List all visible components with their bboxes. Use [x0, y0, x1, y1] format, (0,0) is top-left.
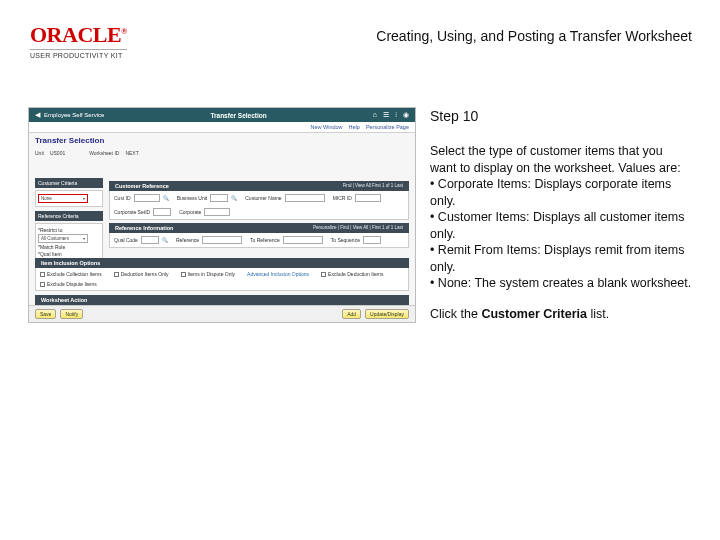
dispute-only-label: Items in Dispute Only: [188, 271, 236, 277]
lookup-icon[interactable]: 🔍: [231, 195, 237, 201]
customer-reference-header: Customer Reference Find | View All First…: [109, 181, 409, 191]
to-reference-input[interactable]: [283, 236, 323, 244]
reference-information-nav[interactable]: Personalize | Find | View All | First 1 …: [313, 225, 403, 231]
app-top-bar: ◀ Employee Self Service Transfer Selecti…: [29, 108, 415, 122]
portal-name: Employee Self Service: [44, 112, 104, 118]
restrict-value: All Customers: [41, 236, 69, 241]
to-sequence-label: To Sequence: [331, 237, 360, 243]
reference-input[interactable]: [202, 236, 242, 244]
header-fields-row: Unit US001 Worksheet ID NEXT: [29, 148, 415, 158]
reference-criteria-header: Reference Criteria: [35, 211, 103, 221]
deduction-only-checkbox[interactable]: Deduction Items Only: [114, 271, 169, 277]
unit-value: US001: [50, 150, 65, 156]
to-reference-label: To Reference: [250, 237, 280, 243]
qual-code-label: Qual Code: [114, 237, 138, 243]
main-column: Customer Reference Find | View All First…: [109, 178, 409, 251]
click-suffix: list.: [587, 307, 609, 321]
instruction-bullet-4: • None: The system creates a blank works…: [430, 276, 691, 290]
exclude-deduction-checkbox[interactable]: Exclude Deduction Items: [321, 271, 383, 277]
brand-text: ORACLE: [30, 22, 121, 47]
back-arrow-icon[interactable]: ◀: [35, 111, 40, 119]
click-line: Click the Customer Criteria list.: [430, 306, 692, 323]
mcrn-label: MICR ID: [333, 195, 352, 201]
worksheet-id-label: Worksheet ID: [89, 150, 119, 156]
instruction-pane: Step 10 Select the type of customer item…: [430, 107, 692, 336]
corporate-label: Corporate: [179, 209, 201, 215]
reference-information-title: Reference Information: [115, 225, 173, 231]
notifications-icon[interactable]: ◉: [403, 111, 409, 119]
app-screenshot: ◀ Employee Self Service Transfer Selecti…: [28, 107, 416, 323]
instruction-bullet-2: • Customer Items: Displays all customer …: [430, 210, 684, 241]
corporate-input[interactable]: [204, 208, 230, 216]
actions-icon[interactable]: ⁝: [395, 111, 397, 119]
match-rule-label: *Match Rule: [38, 244, 65, 250]
footer-button-row: Save Notify Add Update/Display: [29, 305, 415, 322]
worksheet-id-value: NEXT: [125, 150, 138, 156]
home-icon[interactable]: ⌂: [373, 111, 377, 119]
restrict-label: *Restrict to: [38, 227, 62, 233]
exclude-collection-checkbox[interactable]: Exclude Collection Items: [40, 271, 102, 277]
nav-icon[interactable]: ☰: [383, 111, 389, 119]
chevron-down-icon: ▾: [83, 196, 85, 201]
exclude-dispute-label: Exclude Dispute Items: [47, 281, 97, 287]
customer-reference-title: Customer Reference: [115, 183, 169, 189]
app-top-icons: ⌂ ☰ ⁝ ◉: [373, 111, 409, 119]
reference-information-body: Qual Code🔍 Reference To Reference To Seq…: [109, 233, 409, 248]
customer-criteria-value: None: [41, 196, 52, 201]
cust-name-input[interactable]: [285, 194, 325, 202]
to-sequence-input[interactable]: [363, 236, 381, 244]
customer-reference-nav[interactable]: Find | View All First 1 of 1 Last: [343, 183, 403, 189]
chevron-down-icon: ▾: [83, 236, 85, 241]
save-button[interactable]: Save: [35, 309, 56, 319]
new-window-link[interactable]: New Window: [310, 124, 342, 130]
product-line: USER PRODUCTIVITY KIT: [30, 49, 127, 59]
click-target: Customer Criteria: [481, 307, 587, 321]
exclude-dispute-checkbox[interactable]: Exclude Dispute Items: [40, 281, 97, 287]
cust-id-label: Cust ID: [114, 195, 131, 201]
customer-criteria-header: Customer Criteria: [35, 178, 103, 188]
lookup-icon[interactable]: 🔍: [162, 237, 168, 243]
registered-mark: ®: [121, 27, 126, 36]
advanced-inclusion-link[interactable]: Advanced Inclusion Options: [247, 271, 309, 277]
side-column: Customer Criteria None ▾ Reference Crite…: [35, 178, 103, 265]
exclude-collection-label: Exclude Collection Items: [47, 271, 102, 277]
cust-name-label: Customer Name: [245, 195, 281, 201]
lookup-icon[interactable]: 🔍: [163, 195, 169, 201]
customer-criteria-dropdown[interactable]: None ▾: [38, 194, 88, 203]
instruction-bullet-3: • Remit From Items: Displays remit from …: [430, 243, 684, 274]
customer-reference-body: Cust ID🔍 Business Unit🔍 Customer Name MI…: [109, 191, 409, 220]
app-subbar: New Window Help Personalize Page: [29, 122, 415, 133]
click-prefix: Click the: [430, 307, 481, 321]
deduction-only-label: Deduction Items Only: [121, 271, 169, 277]
logo-block: ORACLE® USER PRODUCTIVITY KIT: [30, 22, 127, 59]
help-link[interactable]: Help: [349, 124, 360, 130]
notify-button[interactable]: Notify: [60, 309, 83, 319]
add-button[interactable]: Add: [342, 309, 361, 319]
biz-unit-label: Business Unit: [177, 195, 208, 201]
exclude-deduction-label: Exclude Deduction Items: [328, 271, 383, 277]
dispute-only-checkbox[interactable]: Items in Dispute Only: [181, 271, 236, 277]
restrict-dropdown[interactable]: All Customers▾: [38, 234, 88, 243]
corp-setid-input[interactable]: [153, 208, 171, 216]
app-page-name: Transfer Selection: [210, 112, 266, 119]
oracle-logo: ORACLE®: [30, 22, 127, 48]
update-display-button[interactable]: Update/Display: [365, 309, 409, 319]
item-inclusion-header: Item Inclusion Options: [35, 258, 409, 268]
page-title: Transfer Selection: [29, 133, 415, 148]
item-inclusion-body: Exclude Collection Items Deduction Items…: [35, 268, 409, 291]
app-brand[interactable]: ◀ Employee Self Service: [35, 111, 104, 119]
instruction-intro: Select the type of customer items that y…: [430, 144, 681, 175]
unit-label: Unit: [35, 150, 44, 156]
step-heading: Step 10: [430, 107, 692, 125]
corp-setid-label: Corporate SetID: [114, 209, 150, 215]
reference-label: Reference: [176, 237, 199, 243]
cust-id-input[interactable]: [134, 194, 160, 202]
mcrn-input[interactable]: [355, 194, 381, 202]
worksheet-action-header: Worksheet Action: [35, 295, 409, 305]
personalize-link[interactable]: Personalize Page: [366, 124, 409, 130]
instruction-para: Select the type of customer items that y…: [430, 143, 692, 292]
biz-unit-input[interactable]: [210, 194, 228, 202]
instruction-bullet-1: • Corporate Items: Displays corporate it…: [430, 177, 671, 208]
customer-criteria-block: None ▾: [35, 190, 103, 207]
qual-code-input[interactable]: [141, 236, 159, 244]
